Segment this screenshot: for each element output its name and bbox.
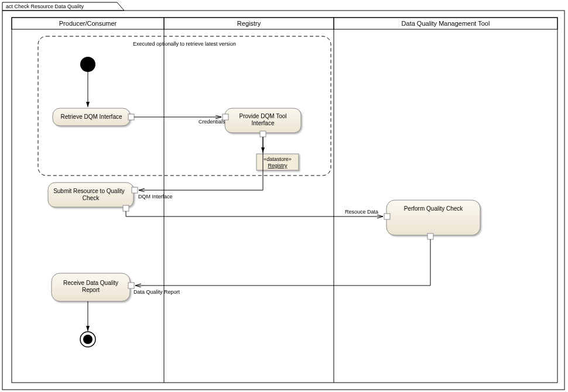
lane-header-registry: Registry bbox=[164, 18, 334, 29]
datastore-name: Registry bbox=[268, 163, 288, 169]
initial-node-icon bbox=[80, 57, 95, 72]
node-perform-quality-check: Perform Quality Check bbox=[384, 200, 480, 239]
node-label-line1: Receive Data Quality bbox=[63, 280, 118, 286]
node-label-line2: Interface bbox=[252, 120, 275, 126]
final-node-icon bbox=[80, 332, 95, 347]
node-submit-resource: Submit Resource to Quality Check bbox=[48, 183, 138, 211]
pin-icon bbox=[132, 187, 138, 193]
diagram-title-tab: act Check Resource Data Quality bbox=[2, 2, 124, 11]
node-provide-dqm-tool-interface: Provide DQM Tool Interface bbox=[223, 108, 301, 137]
datastore-stereotype: «datastore» bbox=[264, 156, 292, 162]
pin-icon bbox=[260, 131, 266, 137]
node-receive-report: Receive Data Quality Report bbox=[52, 273, 134, 301]
svg-point-11 bbox=[83, 335, 93, 344]
node-label: Perform Quality Check bbox=[404, 205, 464, 212]
lane-header-label: Registry bbox=[237, 20, 261, 27]
edge-quality-report bbox=[135, 239, 430, 286]
lane-header-producer: Producer/Consumer bbox=[12, 18, 164, 29]
node-label-line2: Report bbox=[82, 287, 100, 293]
region-label: Executed optionally to retrieve latest v… bbox=[133, 41, 236, 47]
edge-dqm-interface bbox=[139, 137, 263, 190]
node-label-line1: Provide DQM Tool bbox=[239, 113, 287, 119]
edge-label-dqm-interface: DQM Interface bbox=[138, 194, 173, 200]
lane-header-dqm: Data Quality Management Tool bbox=[334, 18, 557, 29]
activity-diagram: act Check Resource Data Quality Producer… bbox=[0, 0, 568, 392]
pin-icon bbox=[128, 283, 134, 288]
node-retrieve-dqm-interface: Retrieve DQM Interface bbox=[53, 108, 134, 126]
node-label-line2: Check bbox=[83, 195, 100, 201]
lane-header-label: Data Quality Management Tool bbox=[402, 20, 490, 27]
diagram-title: act Check Resource Data Quality bbox=[6, 4, 84, 9]
pin-icon bbox=[128, 114, 134, 120]
node-label-line1: Submit Resource to Quality bbox=[53, 188, 125, 194]
node-label: Retrieve DQM Interface bbox=[60, 114, 122, 120]
pin-icon bbox=[123, 205, 129, 211]
pin-icon bbox=[384, 214, 390, 219]
lane-header-label: Producer/Consumer bbox=[59, 20, 117, 27]
pin-icon bbox=[427, 233, 433, 239]
edge-label-quality-report: Data Quality Report bbox=[134, 289, 180, 295]
edge-label-credentials: Credentials bbox=[199, 119, 225, 125]
edge-label-resource-data: Resouce Data bbox=[345, 209, 378, 215]
